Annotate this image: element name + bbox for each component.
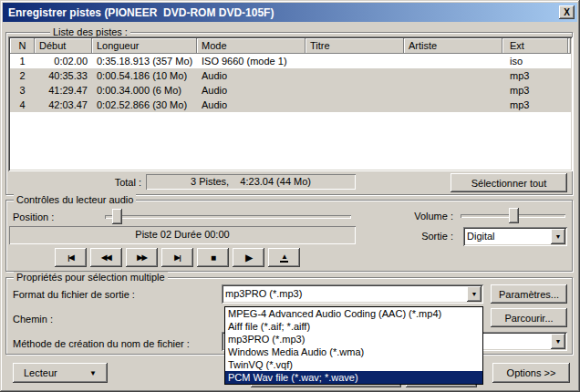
cell-n: 2	[10, 68, 35, 83]
cell-longueur: 0:02.52.866 (30 Mo)	[92, 98, 197, 112]
next-track-button[interactable]: ▶|	[161, 248, 193, 267]
cell-ext: mp3	[502, 98, 568, 112]
track-list-header: N Début Longueur Mode Titre Artiste Ext	[10, 38, 571, 54]
volume-slider-thumb[interactable]	[509, 208, 519, 223]
window-title: Enregistrer pistes (PIONEER DVD-ROM DVD-…	[8, 6, 274, 19]
dropdown-option-mp3pro[interactable]: mp3PRO (*.mp3)	[225, 333, 482, 346]
play-icon: ▶	[245, 253, 252, 263]
parcourir-button[interactable]: Parcourir...	[491, 308, 567, 327]
options-button[interactable]: Options >>	[492, 363, 570, 383]
chemin-label: Chemin :	[13, 314, 53, 325]
position-slider-thumb[interactable]	[112, 209, 122, 224]
cell-mode: Audio	[197, 98, 306, 112]
chevron-down-icon[interactable]: ▼	[467, 286, 482, 302]
cell-n: 1	[10, 54, 35, 68]
cell-ext: iso	[502, 54, 568, 68]
cell-titre	[306, 83, 404, 98]
player-status: Piste 02 Durée 00:00	[9, 226, 356, 244]
menu-arrow-icon: ▼	[89, 369, 97, 377]
rewind-icon: ◀◀	[101, 253, 110, 263]
cell-artiste	[404, 68, 502, 83]
cell-longueur: 0:35.18.913 (357 Mo)	[92, 54, 197, 68]
close-icon[interactable]: X	[559, 5, 575, 19]
cell-artiste	[404, 54, 502, 68]
chevron-down-icon[interactable]: ▼	[551, 334, 565, 349]
cell-artiste	[404, 98, 502, 112]
stop-button[interactable]: ■	[197, 248, 229, 267]
previous-track-button[interactable]: |◀	[55, 248, 87, 267]
cell-longueur: 0:00.54.186 (10 Mo)	[92, 68, 197, 83]
cell-longueur: 0:00.34.000 (6 Mo)	[92, 83, 197, 98]
lecteur-menu-button[interactable]: Lecteur ▼	[13, 363, 108, 383]
cell-artiste	[404, 83, 502, 98]
format-label: Format du fichier de sortie :	[13, 289, 135, 300]
column-header-titre[interactable]: Titre	[306, 38, 404, 54]
total-field: 3 Pistes, 4:23.04 (44 Mo)	[146, 174, 356, 190]
chevron-down-icon[interactable]: ▼	[551, 229, 565, 244]
format-combobox[interactable]: mp3PRO (*.mp3) ▼	[222, 284, 483, 304]
cell-titre	[306, 98, 404, 112]
column-header-artiste[interactable]: Artiste	[404, 38, 502, 54]
table-row-3[interactable]: 3 41:29.47 0:00.34.000 (6 Mo) Audio mp3	[10, 83, 571, 98]
cell-debut: 41:29.47	[35, 83, 92, 98]
cell-mode: ISO 9660 (mode 1)	[197, 54, 306, 68]
player-group-label: Contrôles du lecteur audio	[14, 194, 136, 206]
format-value: mp3PRO (*.mp3)	[225, 284, 302, 304]
lecteur-label: Lecteur	[24, 367, 57, 378]
select-all-button[interactable]: Sélectionner tout	[451, 173, 567, 192]
cell-n: 4	[10, 98, 35, 112]
fast-forward-icon: ▶▶	[137, 253, 146, 263]
format-dropdown-list: MPEG-4 Advanced Audio Coding (AAC) (*.mp…	[224, 306, 483, 385]
previous-track-icon: |◀	[67, 253, 73, 263]
record-tracks-dialog: Enregistrer pistes (PIONEER DVD-ROM DVD-…	[0, 0, 580, 392]
cell-debut: 40:35.33	[35, 68, 92, 83]
next-track-icon: ▶|	[174, 253, 180, 263]
output-value: Digital	[467, 227, 495, 246]
fast-forward-button[interactable]: ▶▶	[126, 248, 158, 267]
table-row-1[interactable]: 1 0:02.00 0:35.18.913 (357 Mo) ISO 9660 …	[10, 54, 571, 68]
rewind-button[interactable]: ◀◀	[90, 248, 122, 267]
cell-ext: mp3	[502, 83, 568, 98]
column-header-n[interactable]: N	[10, 38, 35, 54]
cell-titre	[306, 54, 404, 68]
table-row-2[interactable]: 2 40:35.33 0:00.54.186 (10 Mo) Audio mp3	[10, 68, 571, 83]
play-button[interactable]: ▶	[233, 248, 264, 267]
output-label: Sortie :	[401, 231, 453, 242]
cell-mode: Audio	[197, 68, 306, 83]
output-combobox[interactable]: Digital ▼	[463, 227, 567, 246]
eject-button[interactable]: ▲	[268, 248, 300, 267]
dropdown-option-vqf[interactable]: TwinVQ (*.vqf)	[225, 358, 482, 371]
stop-icon: ■	[211, 253, 215, 263]
total-label: Total :	[91, 177, 141, 188]
properties-group-label: Propriétés pour sélection multiple	[14, 272, 168, 284]
track-list[interactable]: N Début Longueur Mode Titre Artiste Ext …	[8, 36, 573, 171]
column-header-filler	[568, 38, 571, 54]
methode-label: Méthode de création du nom de fichier :	[13, 338, 190, 349]
dropdown-option-mp4[interactable]: MPEG-4 Advanced Audio Coding (AAC) (*.mp…	[225, 307, 482, 320]
dropdown-option-wav[interactable]: PCM Wav file (*.wav; *.wave)	[225, 371, 482, 384]
cell-ext: mp3	[502, 68, 568, 83]
table-row-4[interactable]: 4 42:03.47 0:02.52.866 (30 Mo) Audio mp3	[10, 98, 571, 112]
eject-icon-bar	[280, 261, 288, 263]
dropdown-option-aiff[interactable]: Aiff file (*.aif; *.aiff)	[225, 320, 482, 333]
column-header-longueur[interactable]: Longueur	[92, 38, 197, 54]
column-header-ext[interactable]: Ext	[502, 38, 568, 54]
volume-label: Volume :	[392, 211, 453, 222]
cell-mode: Audio	[197, 83, 306, 98]
cell-debut: 0:02.00	[35, 54, 92, 68]
eject-icon: ▲	[281, 253, 287, 260]
position-slider-track[interactable]	[105, 215, 351, 219]
column-header-debut[interactable]: Début	[35, 38, 92, 54]
title-bar[interactable]: Enregistrer pistes (PIONEER DVD-ROM DVD-…	[3, 3, 577, 22]
cell-debut: 42:03.47	[35, 98, 92, 112]
column-header-mode[interactable]: Mode	[197, 38, 306, 54]
parametres-button[interactable]: Paramètres...	[491, 284, 567, 304]
cell-n: 3	[10, 83, 35, 98]
dropdown-option-wma[interactable]: Windows Media Audio (*.wma)	[225, 346, 482, 358]
cell-titre	[306, 68, 404, 83]
position-label: Position :	[13, 211, 54, 222]
